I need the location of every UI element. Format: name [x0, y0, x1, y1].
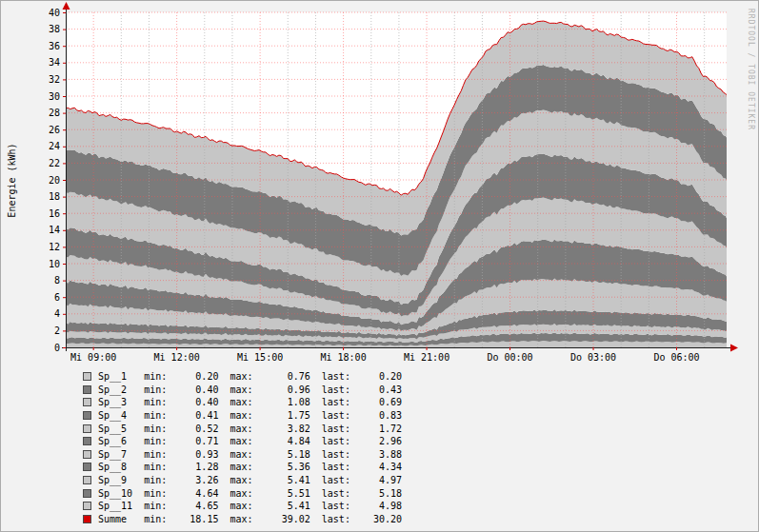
legend-text: Sp__1 min: 0.20 max: 0.76 last: 0.20: [98, 371, 402, 382]
y-tick-label: 6: [54, 292, 60, 303]
x-tick-label: Mi 15:00: [237, 352, 283, 363]
x-tick-label: Do 06:00: [653, 352, 699, 363]
y-tick-label: 22: [49, 158, 60, 168]
legend-text: Sp__8 min: 1.28 max: 5.36 last: 4.34: [98, 462, 402, 472]
legend-swatch: [83, 450, 91, 459]
rrdtool-graph: Energie (kWh) 02468101214161820222426283…: [0, 0, 759, 532]
legend-row-sp__11: Sp__11 min: 4.65 max: 5.41 last: 4.98: [83, 500, 402, 513]
y-tick-label: 38: [49, 24, 60, 34]
legend-text: Sp__5 min: 0.52 max: 3.82 last: 1.72: [98, 424, 402, 434]
y-tick-label: 14: [49, 225, 60, 235]
x-tick-label: Mi 21:00: [404, 352, 449, 363]
y-tick-label: 36: [49, 41, 60, 51]
y-tick-label: 24: [49, 141, 60, 151]
legend-row-sp__3: Sp__3 min: 0.40 max: 1.08 last: 0.69: [83, 396, 402, 409]
legend-swatch: [83, 398, 91, 406]
legend-swatch: [83, 372, 91, 381]
stacked-area-chart: 0246810121416182022242628303234363840Mi …: [1, 1, 759, 365]
y-tick-label: 30: [49, 91, 60, 102]
legend-text: Sp__7 min: 0.93 max: 5.18 last: 3.88: [98, 449, 402, 460]
legend-row-summe: Summe min: 18.15 max: 39.02 last: 30.20: [83, 513, 402, 526]
y-tick-label: 32: [49, 74, 60, 85]
y-tick-label: 18: [49, 191, 60, 202]
legend-text: Sp__6 min: 0.71 max: 4.84 last: 2.96: [98, 436, 402, 446]
legend-row-sp__6: Sp__6 min: 0.71 max: 4.84 last: 2.96: [83, 435, 402, 448]
y-tick-label: 34: [49, 57, 60, 68]
legend-swatch: [83, 424, 91, 433]
legend-row-sp__5: Sp__5 min: 0.52 max: 3.82 last: 1.72: [83, 422, 402, 435]
y-tick-label: 2: [54, 325, 60, 336]
legend-row-sp__10: Sp__10 min: 4.64 max: 5.51 last: 5.18: [83, 486, 402, 500]
legend-swatch: [83, 411, 91, 420]
x-tick-label: Mi 09:00: [70, 352, 116, 363]
legend-swatch: [83, 437, 91, 445]
legend-text: Summe min: 18.15 max: 39.02 last: 30.20: [98, 514, 402, 524]
legend-text: Sp__9 min: 3.26 max: 5.41 last: 4.97: [98, 475, 402, 485]
chart-legend: Sp__1 min: 0.20 max: 0.76 last: 0.20Sp__…: [83, 370, 402, 525]
y-tick-label: 12: [49, 242, 60, 252]
y-tick-label: 10: [49, 259, 60, 269]
legend-swatch: [83, 476, 91, 484]
legend-text: Sp__10 min: 4.64 max: 5.51 last: 5.18: [98, 488, 402, 499]
legend-text: Sp__2 min: 0.40 max: 0.96 last: 0.43: [98, 384, 402, 395]
rrdtool-watermark: RRDTOOL / TOBI OETIKER: [747, 9, 755, 130]
legend-text: Sp__4 min: 0.41 max: 1.75 last: 0.83: [98, 410, 402, 421]
y-tick-label: 20: [49, 175, 60, 186]
legend-row-sp__2: Sp__2 min: 0.40 max: 0.96 last: 0.43: [83, 384, 402, 397]
legend-swatch: [83, 502, 91, 510]
legend-swatch: [83, 515, 91, 523]
x-axis-arrow: [730, 345, 738, 352]
legend-row-sp__1: Sp__1 min: 0.20 max: 0.76 last: 0.20: [83, 370, 402, 384]
legend-swatch: [83, 463, 91, 471]
y-tick-label: 28: [49, 108, 60, 118]
legend-row-sp__8: Sp__8 min: 1.28 max: 5.36 last: 4.34: [83, 461, 402, 474]
x-tick-label: Mi 18:00: [321, 352, 367, 363]
legend-row-sp__7: Sp__7 min: 0.93 max: 5.18 last: 3.88: [83, 448, 402, 462]
legend-swatch: [83, 489, 91, 498]
legend-row-sp__4: Sp__4 min: 0.41 max: 1.75 last: 0.83: [83, 409, 402, 423]
legend-swatch: [83, 385, 91, 394]
x-tick-label: Mi 12:00: [154, 352, 200, 363]
y-tick-label: 40: [49, 8, 60, 18]
legend-row-sp__9: Sp__9 min: 3.26 max: 5.41 last: 4.97: [83, 474, 402, 487]
x-tick-label: Do 03:00: [570, 352, 616, 363]
y-tick-label: 8: [54, 275, 60, 286]
y-tick-label: 26: [49, 125, 60, 135]
legend-text: Sp__11 min: 4.65 max: 5.41 last: 4.98: [98, 501, 402, 511]
y-tick-label: 4: [54, 308, 60, 319]
y-tick-label: 0: [54, 343, 60, 353]
x-tick-label: Do 00:00: [487, 352, 532, 363]
legend-text: Sp__3 min: 0.40 max: 1.08 last: 0.69: [98, 397, 402, 407]
y-tick-label: 16: [49, 208, 60, 219]
y-axis-arrow: [63, 2, 70, 10]
